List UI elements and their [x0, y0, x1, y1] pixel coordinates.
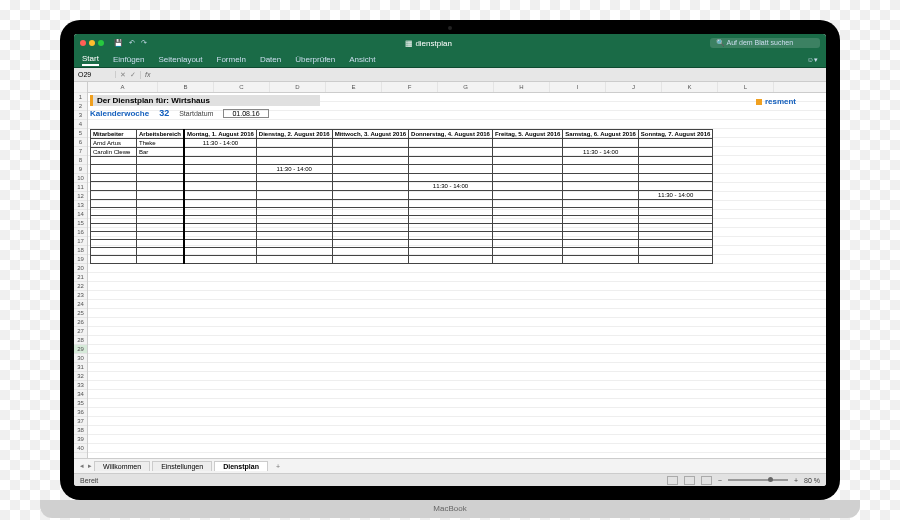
table-row[interactable]: 11:30 - 14:00 [91, 191, 713, 200]
window-controls[interactable] [80, 40, 104, 46]
tab-einfuegen[interactable]: Einfügen [113, 55, 145, 64]
tab-prev-icon[interactable]: ◂ [80, 462, 84, 470]
start-date-label: Startdatum [179, 110, 213, 117]
ribbon-tabs: Start Einfügen Seitenlayout Formeln Date… [74, 52, 826, 68]
plan-title: Der Dienstplan für: Wirtshaus [90, 95, 320, 106]
tab-daten[interactable]: Daten [260, 55, 281, 64]
view-break-icon[interactable] [701, 476, 712, 485]
table-row[interactable]: 11:30 - 14:00 [91, 165, 713, 174]
zoom-slider[interactable] [728, 479, 788, 481]
sheet-tab-willkommen[interactable]: Willkommen [94, 461, 150, 471]
table-row[interactable]: Carolin CleweBar11:30 - 14:00 [91, 148, 713, 157]
schedule-header: Arbeitsbereich [137, 130, 185, 139]
kw-value: 32 [159, 108, 169, 118]
document-title: ▦ dienstplan [147, 39, 710, 48]
table-row[interactable]: Arnd ArtusTheke11:30 - 14:00 [91, 139, 713, 148]
kw-label: Kalenderwoche [90, 109, 149, 118]
table-row[interactable] [91, 224, 713, 232]
tab-next-icon[interactable]: ▸ [88, 462, 92, 470]
view-page-icon[interactable] [684, 476, 695, 485]
save-icon[interactable]: 💾 [114, 39, 123, 47]
view-normal-icon[interactable] [667, 476, 678, 485]
fx-label: fx [141, 71, 154, 78]
undo-icon[interactable]: ↶ [129, 39, 135, 47]
table-row[interactable] [91, 157, 713, 165]
fx-controls[interactable]: ✕ ✓ [116, 71, 141, 79]
table-row[interactable] [91, 256, 713, 264]
table-row[interactable] [91, 240, 713, 248]
brand-logo: resment [756, 97, 796, 106]
sheet-tabs-bar: ◂ ▸ Willkommen Einstellungen Dienstplan … [74, 458, 826, 473]
sheet-tab-einstellungen[interactable]: Einstellungen [152, 461, 212, 471]
excel-icon: ▦ [405, 39, 413, 48]
tab-ueberpruefen[interactable]: Überprüfen [295, 55, 335, 64]
schedule-header: Donnerstag, 4. August 2016 [409, 130, 493, 139]
table-row[interactable] [91, 200, 713, 208]
minimize-icon[interactable] [89, 40, 95, 46]
schedule-header: Mitarbeiter [91, 130, 137, 139]
close-icon[interactable] [80, 40, 86, 46]
add-sheet-button[interactable]: + [270, 462, 286, 471]
excel-window: 💾 ↶ ↷ ▦ dienstplan 🔍 Auf dem Blatt suche… [74, 34, 826, 486]
table-row[interactable] [91, 216, 713, 224]
table-row[interactable] [91, 248, 713, 256]
quick-access-toolbar: 💾 ↶ ↷ [114, 39, 147, 47]
table-row[interactable] [91, 208, 713, 216]
table-row[interactable] [91, 174, 713, 182]
share-icon[interactable]: ☺▾ [807, 56, 818, 64]
brand-icon [756, 99, 762, 105]
maximize-icon[interactable] [98, 40, 104, 46]
cancel-icon[interactable]: ✕ [120, 71, 126, 79]
status-ready: Bereit [80, 477, 98, 484]
zoom-out-button[interactable]: − [718, 477, 722, 484]
zoom-level: 80 % [804, 477, 820, 484]
column-headers[interactable]: ABCDEFGHIJKL [88, 82, 826, 93]
enter-icon[interactable]: ✓ [130, 71, 136, 79]
name-box[interactable]: O29 [74, 71, 116, 78]
formula-bar: O29 ✕ ✓ fx [74, 68, 826, 82]
schedule-header: Dienstag, 2. August 2016 [256, 130, 332, 139]
status-bar: Bereit − + 80 % [74, 473, 826, 486]
sheet-tab-dienstplan[interactable]: Dienstplan [214, 461, 268, 471]
start-date-value[interactable]: 01.08.16 [223, 109, 268, 118]
row-headers[interactable]: 1234567891011121314151617181920212223242… [74, 82, 88, 458]
table-row[interactable] [91, 232, 713, 240]
tab-ansicht[interactable]: Ansicht [349, 55, 375, 64]
titlebar: 💾 ↶ ↷ ▦ dienstplan 🔍 Auf dem Blatt suche… [74, 34, 826, 52]
zoom-in-button[interactable]: + [794, 477, 798, 484]
schedule-header: Sonntag, 7. August 2016 [638, 130, 712, 139]
schedule-table[interactable]: MitarbeiterArbeitsbereichMontag, 1. Augu… [90, 129, 713, 264]
tab-seitenlayout[interactable]: Seitenlayout [159, 55, 203, 64]
tab-formeln[interactable]: Formeln [217, 55, 246, 64]
schedule-header: Mittwoch, 3. August 2016 [332, 130, 408, 139]
schedule-header: Freitag, 5. August 2016 [492, 130, 562, 139]
sheet-search-input[interactable]: 🔍 Auf dem Blatt suchen [710, 38, 820, 48]
schedule-header: Montag, 1. August 2016 [184, 130, 256, 139]
sheet-area[interactable]: 1234567891011121314151617181920212223242… [74, 82, 826, 458]
table-row[interactable]: 11:30 - 14:00 [91, 182, 713, 191]
schedule-header: Samstag, 6. August 2016 [563, 130, 638, 139]
tab-start[interactable]: Start [82, 54, 99, 66]
